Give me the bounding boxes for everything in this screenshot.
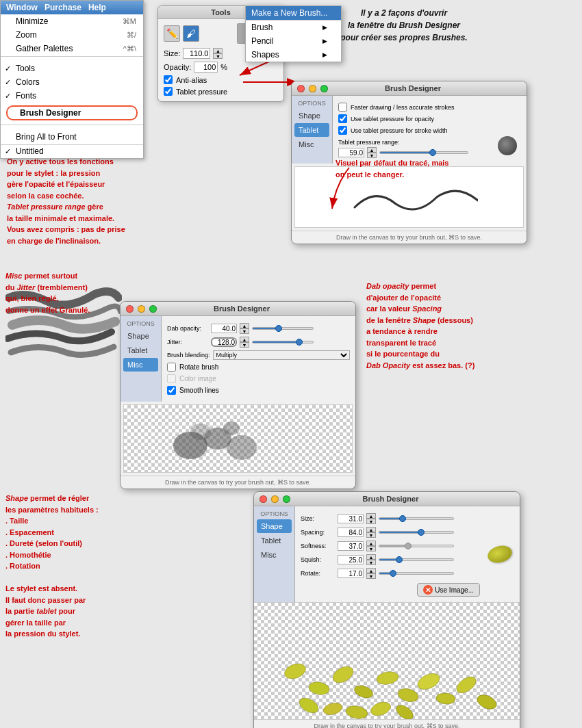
bd3-size-row: Size: ▲ ▼: [301, 512, 480, 525]
menu-item-fonts[interactable]: Fonts: [1, 89, 143, 103]
jitter-up[interactable]: ▲: [240, 337, 249, 342]
bd2-preview-canvas[interactable]: [123, 404, 353, 473]
bd2-tab-shape[interactable]: Shape: [123, 329, 158, 343]
menu-window[interactable]: Window: [6, 3, 38, 12]
menu-help[interactable]: Help: [88, 3, 106, 12]
brush-tool[interactable]: 🖌: [183, 25, 199, 42]
shape-annotation: Shape permet de régler les paramètres ha…: [5, 493, 142, 640]
bd3-spacing-row: Spacing: ▲ ▼: [301, 525, 480, 539]
brush-designer-window-3: Brush Designer OPTIONS Shape Tablet Misc…: [253, 491, 520, 728]
jitter-slider[interactable]: [252, 341, 314, 343]
menu-item-untitled[interactable]: Untitled: [1, 144, 143, 158]
dab-opacity-down[interactable]: ▼: [240, 328, 249, 334]
bd2-body: OPTIONS Shape Tablet Misc Dab opacity: ▲…: [121, 316, 355, 402]
rotate-slider[interactable]: [379, 572, 454, 575]
bd1-titlebar: Brush Designer: [292, 81, 527, 96]
dab-opacity-up[interactable]: ▲: [240, 323, 249, 328]
bd1-tab-misc[interactable]: Misc: [294, 138, 329, 151]
size-up-btn[interactable]: ▲: [213, 48, 223, 53]
opacity-input[interactable]: [194, 62, 218, 73]
bd1-tab-shape[interactable]: Shape: [294, 109, 329, 122]
shape-size-slider[interactable]: [379, 517, 454, 520]
size-up-3[interactable]: ▲: [366, 513, 376, 519]
window-menu[interactable]: Window Purchase Help Minimize ⌘M Zoom ⌘/…: [0, 0, 144, 159]
bd2-titlebar: Brush Designer: [121, 302, 355, 316]
pressure-range-input[interactable]: [338, 148, 364, 157]
opacity-pressure-checkbox[interactable]: [338, 114, 347, 123]
blending-select[interactable]: Multiply Normal Screen: [213, 350, 350, 360]
pressure-range-up[interactable]: ▲: [367, 147, 377, 153]
size-down-btn[interactable]: ▼: [213, 53, 223, 59]
svg-point-13: [396, 686, 420, 703]
menu-item-brush-designer[interactable]: Brush Designer: [6, 105, 138, 120]
size-down-3[interactable]: ▼: [366, 519, 376, 524]
popup-item-pencil[interactable]: Pencil ▶: [246, 34, 341, 48]
spacing-input[interactable]: [338, 528, 364, 537]
bd3-tab-shape[interactable]: Shape: [257, 519, 292, 533]
popup-item-new-brush[interactable]: Make a New Brush...: [246, 6, 341, 20]
use-image-button[interactable]: ✕ Use Image...: [417, 583, 480, 597]
menu-item-zoom[interactable]: Zoom ⌘/: [1, 28, 143, 42]
squish-input[interactable]: [338, 555, 364, 564]
bd1-options-label: OPTIONS: [293, 99, 331, 108]
squish-down[interactable]: ▼: [366, 560, 376, 565]
width-pressure-checkbox[interactable]: [338, 126, 347, 135]
bd2-jitter-row: Jitter: ▲ ▼: [167, 335, 350, 349]
bd3-seeds-svg: [254, 603, 521, 719]
bd3-tab-misc[interactable]: Misc: [257, 548, 292, 562]
dab-opacity-slider[interactable]: [252, 327, 314, 330]
close-button-2[interactable]: [126, 305, 134, 313]
close-button-1[interactable]: [297, 85, 305, 92]
popup-item-shapes[interactable]: Shapes ▶: [246, 48, 341, 62]
svg-point-11: [353, 684, 375, 701]
pressure-range-slider[interactable]: [379, 151, 468, 154]
brush-designer-window-2: Brush Designer OPTIONS Shape Tablet Misc…: [120, 301, 356, 489]
softness-input[interactable]: [338, 541, 364, 551]
menu-purchase[interactable]: Purchase: [45, 3, 81, 12]
menubar-header[interactable]: Window Purchase Help: [1, 1, 143, 14]
squish-up[interactable]: ▲: [366, 554, 376, 560]
seed-shape: [486, 543, 514, 565]
bd1-tab-tablet[interactable]: Tablet: [294, 123, 329, 137]
bd2-blending-row: Brush blending: Multiply Normal Screen: [167, 349, 350, 361]
bd2-tab-tablet[interactable]: Tablet: [123, 343, 158, 357]
squish-slider[interactable]: [379, 558, 454, 561]
bd2-tab-misc[interactable]: Misc: [123, 358, 158, 372]
menu-item-colors[interactable]: Colors: [1, 75, 143, 89]
menu-item-minimize[interactable]: Minimize ⌘M: [1, 14, 143, 28]
svg-point-16: [454, 673, 479, 696]
size-input[interactable]: [183, 48, 210, 59]
popup-item-brush[interactable]: Brush ▶: [246, 21, 341, 34]
rotate-up[interactable]: ▲: [366, 568, 376, 573]
tablet-pressure-checkbox[interactable]: [164, 87, 173, 96]
jitter-input[interactable]: [211, 337, 237, 347]
spacing-down[interactable]: ▼: [366, 532, 376, 538]
pencil-tool[interactable]: ✏️: [164, 25, 180, 42]
faster-drawing-checkbox[interactable]: [338, 103, 347, 112]
bd3-preview-canvas[interactable]: [254, 603, 520, 719]
softness-up[interactable]: ▲: [366, 541, 376, 546]
bd3-tab-tablet[interactable]: Tablet: [257, 534, 292, 547]
smooth-lines-checkbox[interactable]: [167, 386, 176, 395]
tools-popup-menu[interactable]: Make a New Brush... Brush ▶ Pencil ▶ Sha…: [245, 5, 342, 62]
color-image-checkbox[interactable]: [167, 374, 176, 383]
menu-item-tools[interactable]: Tools: [1, 62, 143, 75]
softness-slider[interactable]: [379, 545, 454, 547]
close-button-3[interactable]: [260, 495, 267, 503]
menu-item-gather[interactable]: Gather Palettes ^⌘\: [1, 42, 143, 55]
bd3-shape-preview: [485, 506, 520, 602]
shape-size-input[interactable]: [338, 514, 364, 523]
spacing-up[interactable]: ▲: [366, 527, 376, 532]
dab-opacity-input[interactable]: [211, 324, 237, 333]
jitter-down[interactable]: ▼: [240, 342, 249, 348]
softness-down[interactable]: ▼: [366, 546, 376, 551]
anti-alias-row: Anti-alias: [158, 74, 283, 86]
rotate-input[interactable]: [338, 569, 364, 578]
menu-item-bring-all[interactable]: Bring All to Front: [1, 130, 143, 144]
svg-point-5: [227, 435, 257, 460]
rotate-brush-checkbox[interactable]: [167, 363, 176, 372]
spacing-slider[interactable]: [379, 531, 454, 534]
svg-point-19: [322, 701, 343, 717]
rotate-down[interactable]: ▼: [366, 573, 376, 579]
anti-alias-checkbox[interactable]: [164, 75, 173, 84]
